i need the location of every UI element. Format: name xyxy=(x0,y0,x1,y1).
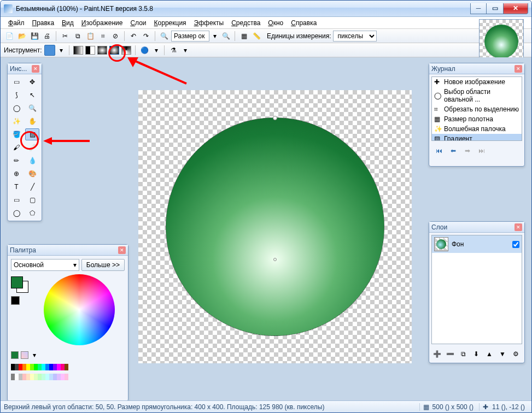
maximize-button[interactable]: ▭ xyxy=(487,3,503,14)
gradient-reflected[interactable] xyxy=(85,46,95,55)
tool-pencil[interactable]: ✏ xyxy=(9,155,24,167)
layers-panel-title[interactable]: Слои ✕ xyxy=(429,222,524,233)
history-item[interactable]: ▦Размер полотна xyxy=(432,114,522,124)
palette-strip[interactable] xyxy=(11,364,125,370)
palette-color[interactable] xyxy=(65,364,68,370)
history-back[interactable]: ⬅ xyxy=(448,145,459,156)
units-select[interactable]: пикселы xyxy=(333,31,377,42)
print-button[interactable]: 🖨 xyxy=(42,31,52,42)
close-button[interactable]: ✕ xyxy=(503,3,528,14)
tool-dropdown[interactable]: ▾ xyxy=(57,45,65,56)
zoom-input[interactable] xyxy=(171,31,209,42)
palette-color[interactable] xyxy=(42,374,45,380)
tool-rect-select[interactable]: ▭ xyxy=(9,76,24,88)
gradient-linear[interactable] xyxy=(73,46,83,55)
palette-color[interactable] xyxy=(53,374,57,380)
history-first[interactable]: ⏮ xyxy=(434,145,445,156)
menu-edit[interactable]: Правка xyxy=(29,18,58,28)
open-button[interactable]: 📂 xyxy=(16,31,27,42)
history-last[interactable]: ⏭ xyxy=(476,145,487,156)
redo-button[interactable]: ↷ xyxy=(141,31,151,42)
palette-color[interactable] xyxy=(22,364,26,370)
layer-props[interactable]: ⚙ xyxy=(510,349,521,359)
tool-pan[interactable]: ✋ xyxy=(25,115,39,127)
palette-color[interactable] xyxy=(30,374,34,380)
palette-color[interactable] xyxy=(34,364,38,370)
history-forward[interactable]: ➡ xyxy=(462,145,473,156)
palette-color[interactable] xyxy=(38,374,42,380)
tool-clone[interactable]: ⊕ xyxy=(9,168,24,180)
palette-color[interactable] xyxy=(38,364,42,370)
blend-icon[interactable]: ⚗ xyxy=(168,45,179,56)
menu-window[interactable]: Окно xyxy=(265,18,287,28)
palette-color[interactable] xyxy=(34,374,38,380)
layer-item-bg[interactable]: Фон xyxy=(432,235,522,253)
history-item[interactable]: ✨Волшебная палочка xyxy=(432,124,522,134)
gradient-conical[interactable] xyxy=(121,46,131,55)
sphere-shape[interactable] xyxy=(166,117,384,336)
layer-down[interactable]: ▼ xyxy=(497,349,508,359)
menu-layers[interactable]: Слои xyxy=(127,18,149,28)
fore-color[interactable] xyxy=(11,276,23,288)
menu-adjust[interactable]: Коррекция xyxy=(151,18,190,28)
tool-rect[interactable]: ▭ xyxy=(9,194,24,206)
palette-color[interactable] xyxy=(61,374,65,380)
palette-close[interactable]: ✕ xyxy=(118,246,126,254)
tool-lasso[interactable]: ⟆ xyxy=(9,89,24,101)
tool-freeform[interactable]: ⬠ xyxy=(25,207,39,219)
palette-color[interactable] xyxy=(49,364,53,370)
titlebar[interactable]: Безымянный (100%) - Paint.NET версия 3.5… xyxy=(1,1,531,17)
tool-recolor[interactable]: 🎨 xyxy=(25,168,39,180)
palette-color[interactable] xyxy=(26,364,30,370)
gradient-diamond[interactable] xyxy=(97,46,107,55)
palette-color[interactable] xyxy=(30,364,34,370)
tool-eraser[interactable]: 🩹 xyxy=(25,141,39,154)
tool-bucket[interactable]: 🪣 xyxy=(9,128,24,140)
grid-button[interactable]: ▦ xyxy=(238,31,249,42)
palette-color[interactable] xyxy=(11,374,15,380)
color-mode-icon[interactable]: 🔵 xyxy=(139,45,150,56)
color-mode-dropdown[interactable]: ▾ xyxy=(153,45,160,56)
color-swatches[interactable] xyxy=(11,276,28,292)
palette-color[interactable] xyxy=(53,364,57,370)
history-item[interactable]: ◯Выбор области овальной ... xyxy=(432,87,522,104)
save-button[interactable]: 💾 xyxy=(29,31,40,42)
minimize-button[interactable]: ─ xyxy=(470,3,487,14)
menu-effects[interactable]: Эффекты xyxy=(191,18,227,28)
palette-mode-select[interactable]: Основной▾ xyxy=(11,259,79,271)
tools-panel-close[interactable]: ✕ xyxy=(32,65,39,73)
tool-line[interactable]: ╱ xyxy=(25,181,39,193)
current-tool-icon[interactable] xyxy=(44,45,55,56)
history-item[interactable]: ✚Новое изображение xyxy=(432,77,522,87)
palette-color[interactable] xyxy=(19,374,22,380)
history-item[interactable]: ⌗Обрезать по выделению xyxy=(432,104,522,114)
palette-panel-title[interactable]: Палитра ✕ xyxy=(8,245,128,256)
blend-dropdown[interactable]: ▾ xyxy=(182,45,189,56)
menu-image[interactable]: Изображение xyxy=(78,18,126,28)
menu-file[interactable]: Файл xyxy=(5,18,28,28)
tool-zoom[interactable]: 🔍 xyxy=(25,102,39,114)
tool-picker[interactable]: 💧 xyxy=(25,155,39,167)
cut-button[interactable]: ✂ xyxy=(60,31,71,42)
palette-more-button[interactable]: Больше >> xyxy=(81,259,125,271)
deselect-button[interactable]: ⊘ xyxy=(110,31,121,42)
layer-delete[interactable]: ➖ xyxy=(445,349,455,359)
tool-text[interactable]: T xyxy=(9,181,24,193)
ruler-button[interactable]: 📏 xyxy=(251,31,262,42)
history-panel-title[interactable]: Журнал ✕ xyxy=(429,63,524,74)
tool-move[interactable]: ↖ xyxy=(25,89,39,101)
palette-color[interactable] xyxy=(49,374,53,380)
gradient-center-handle[interactable] xyxy=(273,258,277,261)
tool-wand[interactable]: ✨ xyxy=(9,115,24,127)
layer-up[interactable]: ▲ xyxy=(484,349,495,359)
palette-menu[interactable]: ▾ xyxy=(31,350,38,361)
palette-color[interactable] xyxy=(19,364,22,370)
palette-picker-icon[interactable] xyxy=(21,351,28,359)
layer-add[interactable]: ➕ xyxy=(431,349,442,359)
layer-merge[interactable]: ⬇ xyxy=(471,349,482,359)
paste-button[interactable]: 📋 xyxy=(85,31,96,42)
palette-color[interactable] xyxy=(22,374,26,380)
tool-ellipse-select[interactable]: ◯ xyxy=(9,102,24,114)
palette-color[interactable] xyxy=(57,374,61,380)
tools-panel-title[interactable]: Инс... ✕ xyxy=(8,63,42,74)
